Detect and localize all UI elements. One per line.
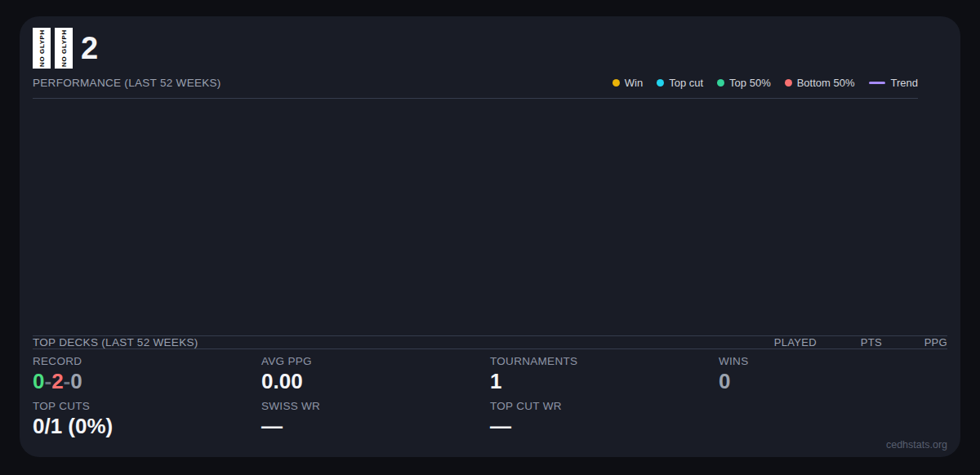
stat-label: TOP CUTS	[33, 400, 261, 412]
legend-label: Top 50%	[729, 77, 771, 89]
page-title: 2	[81, 28, 98, 69]
stat-top-cut-wr: TOP CUT WR —	[490, 400, 719, 439]
missing-glyph-label: NO GLYPH	[38, 29, 46, 67]
legend-item-bottom-50[interactable]: Bottom 50%	[785, 77, 855, 89]
missing-glyph-box: NO GLYPH	[33, 28, 51, 69]
swiss-wr-value: —	[261, 415, 490, 439]
legend-label: Bottom 50%	[797, 77, 855, 89]
stat-empty-cell	[719, 400, 947, 439]
record-value: 0-2-0	[33, 370, 261, 394]
performance-heading: PERFORMANCE (LAST 52 WEEKS)	[33, 77, 221, 89]
summary-stats: RECORD 0-2-0 AVG PPG 0.00 TOURNAMENTS 1 …	[33, 355, 947, 439]
top-cut-dot-icon	[657, 79, 664, 87]
stat-tournaments: TOURNAMENTS 1	[490, 355, 719, 394]
win-dot-icon	[612, 79, 620, 87]
legend-item-win[interactable]: Win	[612, 77, 643, 89]
stat-top-cuts: TOP CUTS 0/1 (0%)	[33, 400, 261, 439]
record-losses: 2	[51, 369, 63, 393]
top-decks-column-headers: PLAYED PTS PPG	[751, 336, 947, 348]
missing-glyph-label: NO GLYPH	[60, 29, 68, 67]
record-sep: -	[44, 369, 51, 393]
site-watermark[interactable]: cedhstats.org	[33, 439, 947, 452]
chart-legend: Win Top cut Top 50% Bottom 50% Trend	[612, 77, 918, 89]
performance-chart	[33, 99, 947, 335]
legend-label: Trend	[891, 77, 918, 89]
column-header-played: PLAYED	[751, 336, 817, 348]
stats-card: NO GLYPH NO GLYPH 2 PERFORMANCE (LAST 52…	[20, 16, 960, 457]
legend-item-trend[interactable]: Trend	[869, 77, 918, 89]
record-sep: -	[64, 369, 71, 393]
avg-ppg-value: 0.00	[261, 370, 490, 394]
stat-label: RECORD	[33, 355, 261, 367]
record-draws: 0	[70, 369, 82, 393]
column-header-ppg: PPG	[882, 336, 947, 348]
deck-title: NO GLYPH NO GLYPH 2	[33, 28, 947, 69]
trend-line-icon	[869, 82, 885, 84]
top-50-dot-icon	[717, 79, 724, 87]
record-wins: 0	[33, 369, 44, 393]
legend-item-top-cut[interactable]: Top cut	[657, 77, 703, 89]
stat-wins: WINS 0	[719, 355, 947, 394]
missing-glyph-box: NO GLYPH	[55, 28, 73, 69]
stat-label: WINS	[719, 355, 947, 367]
top-cuts-value: 0/1 (0%)	[33, 415, 261, 439]
top-decks-section-header: TOP DECKS (LAST 52 WEEKS) PLAYED PTS PPG	[33, 335, 947, 349]
stat-avg-ppg: AVG PPG 0.00	[261, 355, 490, 394]
tournaments-value: 1	[490, 370, 719, 394]
top-cut-wr-value: —	[490, 415, 719, 439]
bottom-50-dot-icon	[785, 79, 792, 87]
legend-label: Win	[625, 77, 643, 89]
wins-value: 0	[719, 370, 947, 394]
top-decks-heading: TOP DECKS (LAST 52 WEEKS)	[33, 336, 198, 348]
stat-swiss-wr: SWISS WR —	[261, 400, 490, 439]
stat-label: SWISS WR	[261, 400, 490, 412]
stat-label: TOURNAMENTS	[490, 355, 719, 367]
legend-item-top-50[interactable]: Top 50%	[717, 77, 771, 89]
stat-record: RECORD 0-2-0	[33, 355, 261, 394]
stat-label: AVG PPG	[261, 355, 490, 367]
legend-label: Top cut	[669, 77, 703, 89]
performance-section-header: PERFORMANCE (LAST 52 WEEKS) Win Top cut …	[33, 77, 918, 99]
column-header-pts: PTS	[817, 336, 882, 348]
stat-label: TOP CUT WR	[490, 400, 719, 412]
